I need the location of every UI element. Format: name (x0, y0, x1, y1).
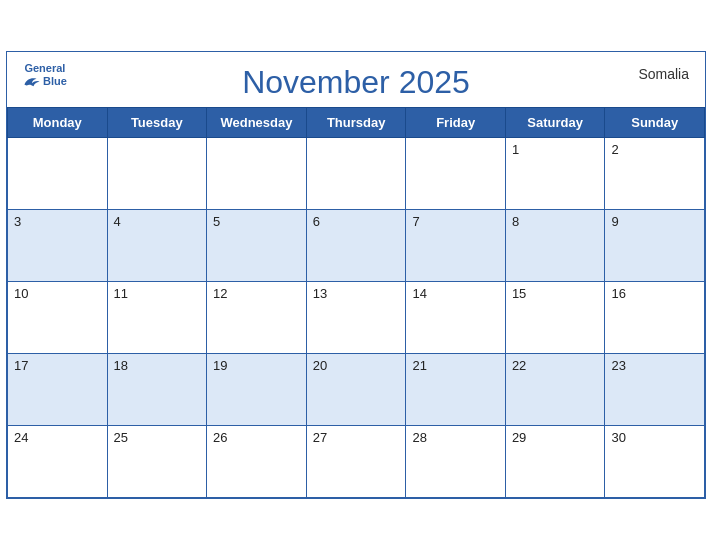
table-cell: 16 (605, 282, 705, 354)
table-cell: 13 (306, 282, 406, 354)
logo-general: General (24, 62, 65, 74)
table-row: 17181920212223 (8, 354, 705, 426)
table-cell: 7 (406, 210, 505, 282)
month-title: November 2025 (242, 64, 470, 101)
day-number: 17 (14, 358, 28, 373)
country-label: Somalia (638, 66, 689, 82)
table-cell (306, 138, 406, 210)
table-cell: 25 (107, 426, 207, 498)
table-cell: 8 (505, 210, 605, 282)
table-cell: 21 (406, 354, 505, 426)
table-row: 10111213141516 (8, 282, 705, 354)
day-number: 7 (412, 214, 419, 229)
table-cell: 26 (207, 426, 307, 498)
day-number: 30 (611, 430, 625, 445)
table-cell (406, 138, 505, 210)
calendar-body: 1234567891011121314151617181920212223242… (8, 138, 705, 498)
logo: General Blue (23, 62, 67, 88)
table-cell: 4 (107, 210, 207, 282)
calendar-header: General Blue November 2025 Somalia (7, 52, 705, 107)
calendar: General Blue November 2025 Somalia Monda… (6, 51, 706, 499)
table-cell (107, 138, 207, 210)
table-cell: 29 (505, 426, 605, 498)
table-cell: 2 (605, 138, 705, 210)
day-number: 23 (611, 358, 625, 373)
day-number: 2 (611, 142, 618, 157)
day-number: 1 (512, 142, 519, 157)
logo-bird-icon (23, 74, 41, 88)
day-number: 24 (14, 430, 28, 445)
day-number: 16 (611, 286, 625, 301)
table-cell: 18 (107, 354, 207, 426)
day-number: 14 (412, 286, 426, 301)
col-sunday: Sunday (605, 108, 705, 138)
table-cell: 10 (8, 282, 108, 354)
table-row: 3456789 (8, 210, 705, 282)
day-number: 22 (512, 358, 526, 373)
day-number: 6 (313, 214, 320, 229)
day-number: 4 (114, 214, 121, 229)
day-number: 10 (14, 286, 28, 301)
table-cell: 23 (605, 354, 705, 426)
day-number: 9 (611, 214, 618, 229)
day-number: 27 (313, 430, 327, 445)
table-cell: 24 (8, 426, 108, 498)
day-number: 29 (512, 430, 526, 445)
table-cell (8, 138, 108, 210)
col-wednesday: Wednesday (207, 108, 307, 138)
table-cell: 6 (306, 210, 406, 282)
day-number: 8 (512, 214, 519, 229)
table-cell: 27 (306, 426, 406, 498)
day-number: 19 (213, 358, 227, 373)
weekday-header-row: Monday Tuesday Wednesday Thursday Friday… (8, 108, 705, 138)
table-row: 12 (8, 138, 705, 210)
table-cell: 9 (605, 210, 705, 282)
day-number: 21 (412, 358, 426, 373)
day-number: 28 (412, 430, 426, 445)
day-number: 20 (313, 358, 327, 373)
day-number: 5 (213, 214, 220, 229)
table-cell: 3 (8, 210, 108, 282)
day-number: 13 (313, 286, 327, 301)
day-number: 18 (114, 358, 128, 373)
day-number: 3 (14, 214, 21, 229)
table-cell: 14 (406, 282, 505, 354)
day-number: 11 (114, 286, 128, 301)
logo-blue: Blue (23, 74, 67, 88)
table-cell: 20 (306, 354, 406, 426)
table-cell: 28 (406, 426, 505, 498)
table-cell: 1 (505, 138, 605, 210)
col-monday: Monday (8, 108, 108, 138)
day-number: 12 (213, 286, 227, 301)
calendar-table: Monday Tuesday Wednesday Thursday Friday… (7, 107, 705, 498)
table-cell: 19 (207, 354, 307, 426)
table-cell: 17 (8, 354, 108, 426)
table-cell: 30 (605, 426, 705, 498)
table-cell (207, 138, 307, 210)
table-row: 24252627282930 (8, 426, 705, 498)
col-thursday: Thursday (306, 108, 406, 138)
table-cell: 12 (207, 282, 307, 354)
table-cell: 15 (505, 282, 605, 354)
day-number: 15 (512, 286, 526, 301)
day-number: 26 (213, 430, 227, 445)
table-cell: 11 (107, 282, 207, 354)
table-cell: 22 (505, 354, 605, 426)
col-saturday: Saturday (505, 108, 605, 138)
col-tuesday: Tuesday (107, 108, 207, 138)
day-number: 25 (114, 430, 128, 445)
table-cell: 5 (207, 210, 307, 282)
col-friday: Friday (406, 108, 505, 138)
